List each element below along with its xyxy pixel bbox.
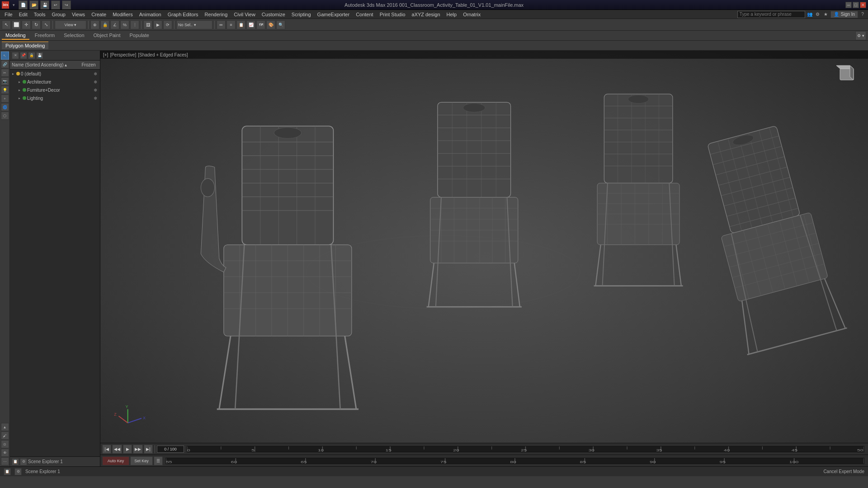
menu-help[interactable]: Help xyxy=(444,11,460,18)
menu-scripting[interactable]: Scripting xyxy=(289,11,314,18)
tab-modeling[interactable]: Modeling xyxy=(2,32,29,40)
rotate-tool[interactable]: ↻ xyxy=(32,20,41,29)
spinner-snap[interactable]: ⋮ xyxy=(130,20,139,29)
menu-edit[interactable]: Edit xyxy=(16,11,30,18)
link-icon[interactable]: 🔗 xyxy=(1,60,9,68)
expand-architecture[interactable]: ▸ xyxy=(17,80,22,84)
menu-views[interactable]: Views xyxy=(69,11,88,18)
status-icon2[interactable]: ⚙ xyxy=(14,468,22,475)
menu-tools[interactable]: Tools xyxy=(31,11,48,18)
snap-toggle[interactable]: 🔒 xyxy=(100,20,109,29)
modifier-icon[interactable]: ⬡ xyxy=(1,112,9,120)
menu-content[interactable]: Content xyxy=(353,11,376,18)
next-frame-btn[interactable]: ▶| xyxy=(144,445,153,454)
help-icon[interactable]: ? xyxy=(859,11,866,18)
save-btn[interactable]: 💾 xyxy=(40,0,49,9)
vp-bracket[interactable]: [+] xyxy=(103,52,108,57)
render-explorer[interactable]: 🔍 xyxy=(276,20,285,29)
select-region[interactable]: ⬜ xyxy=(12,20,21,29)
expand-default[interactable]: ▸ xyxy=(11,71,15,76)
col-name-header[interactable]: Name (Sorted Ascending) ▴ xyxy=(10,62,77,67)
isolate-icon[interactable]: ⊙ xyxy=(1,440,9,448)
scene-footer-btn1[interactable]: 📋 xyxy=(12,458,19,465)
undo-btn[interactable]: ↩ xyxy=(51,0,60,9)
menu-axyz[interactable]: aXYZ design xyxy=(409,11,443,18)
render-setup[interactable]: 🖼 xyxy=(143,20,152,29)
schematic-view[interactable]: 🗺 xyxy=(256,20,265,29)
pivot-btn[interactable]: ⊕ xyxy=(90,20,99,29)
menu-graph-editors[interactable]: Graph Editors xyxy=(165,11,201,18)
select-tool[interactable]: ↖ xyxy=(2,20,11,29)
unlink-icon[interactable]: ✂ xyxy=(1,69,9,77)
timeline-scrubber2[interactable]: 55 60 65 70 75 80 85 90 95 100 xyxy=(165,458,864,464)
settings-icon[interactable]: ⚙ xyxy=(814,11,821,18)
expand-lighting[interactable]: ▸ xyxy=(17,96,22,100)
select-icon[interactable]: ↖ xyxy=(1,52,9,60)
curve-editor[interactable]: 📈 xyxy=(246,20,255,29)
percent-snap[interactable]: % xyxy=(120,20,129,29)
star-icon[interactable]: ★ xyxy=(822,11,830,18)
play-btn[interactable]: ▶ xyxy=(123,445,132,454)
menu-rendering[interactable]: Rendering xyxy=(202,11,231,18)
paint-icon[interactable]: 🖌 xyxy=(1,432,9,440)
layer-mgr[interactable]: 📋 xyxy=(236,20,245,29)
sign-in-button[interactable]: 👤 Sign In xyxy=(830,11,858,18)
reference-coord[interactable]: View ▾ xyxy=(55,20,86,29)
users-icon[interactable]: 👥 xyxy=(806,11,813,18)
tab-object-paint[interactable]: Object Paint xyxy=(90,32,124,40)
next-key-btn[interactable]: ▶▶ xyxy=(133,445,143,454)
cancel-expert-mode[interactable]: Cancel Expert Mode xyxy=(823,469,864,474)
render-frame[interactable]: ▶ xyxy=(153,20,162,29)
prev-frame-btn[interactable]: |◀ xyxy=(102,445,111,454)
minimize-btn[interactable]: ─ xyxy=(845,2,852,8)
frame-counter[interactable]: 0 / 100 xyxy=(157,446,184,453)
mirror-btn[interactable]: ⇔ xyxy=(217,20,226,29)
prev-key-btn[interactable]: ◀◀ xyxy=(112,445,122,454)
new-layer-btn[interactable]: ✕ xyxy=(12,52,19,59)
vp-view-mode[interactable]: [Perspective] xyxy=(110,52,136,57)
set-key-btn[interactable]: Set Key xyxy=(130,456,153,465)
menu-animation[interactable]: Animation xyxy=(137,11,164,18)
named-selection[interactable]: No Sel.. ▾ xyxy=(176,20,212,29)
auto-key-btn[interactable]: Auto Key xyxy=(102,456,129,465)
tab-freeform[interactable]: Freeform xyxy=(31,32,59,40)
create-shape-icon[interactable]: ▲ xyxy=(1,423,9,431)
menu-game-exporter[interactable]: GameExporter xyxy=(315,11,353,18)
new-btn[interactable]: 📄 xyxy=(19,0,28,9)
align-btn[interactable]: ≡ xyxy=(226,20,236,29)
timeline-scrubber[interactable]: 0 5 10 15 20 25 30 35 40 45 50 xyxy=(187,446,864,452)
scene-tool3[interactable]: 💾 xyxy=(36,52,43,59)
close-btn[interactable]: ✕ xyxy=(860,2,866,8)
vp-shading[interactable]: [Shaded + Edged Faces] xyxy=(138,52,188,57)
menu-group[interactable]: Group xyxy=(49,11,68,18)
menu-customize[interactable]: Customize xyxy=(259,11,288,18)
tree-item-lighting[interactable]: ▸ Lighting ❄ xyxy=(10,94,100,102)
tree-item-furniture[interactable]: ▸ Furniture+Decor ❄ xyxy=(10,86,100,94)
tree-item-architecture[interactable]: ▸ Architecture ❄ xyxy=(10,78,100,86)
tab-options-btn[interactable]: ⚙ ▾ xyxy=(855,31,866,40)
key-filter-btn[interactable]: ☰ xyxy=(154,456,163,465)
open-btn[interactable]: 📂 xyxy=(29,0,38,9)
menu-create[interactable]: Create xyxy=(89,11,109,18)
maximize-btn[interactable]: □ xyxy=(853,2,859,8)
tree-item-default[interactable]: ▸ 0 (default) ❄ xyxy=(10,70,100,78)
expand-furniture[interactable]: ▸ xyxy=(17,88,22,92)
scale-tool[interactable]: ⤡ xyxy=(42,20,51,29)
menu-print-studio[interactable]: Print Studio xyxy=(377,11,408,18)
move-tool[interactable]: ✛ xyxy=(22,20,31,29)
redo-btn[interactable]: ↪ xyxy=(62,0,71,9)
menu-modifiers[interactable]: Modifiers xyxy=(110,11,136,18)
more-icon[interactable]: ⋯ xyxy=(1,457,9,465)
menu-file[interactable]: File xyxy=(2,11,15,18)
material-editor[interactable]: 🎨 xyxy=(266,20,275,29)
status-icon1[interactable]: 📋 xyxy=(4,468,11,475)
viewport-gizmo[interactable] xyxy=(832,62,861,91)
render-last[interactable]: ⟳ xyxy=(163,20,172,29)
scene-footer-btn2[interactable]: ⚙ xyxy=(20,458,27,465)
viewport[interactable]: [+] [Perspective] [Shaded + Edged Faces] xyxy=(100,51,868,466)
search-input[interactable] xyxy=(737,11,805,18)
scene-tool1[interactable]: 📌 xyxy=(20,52,27,59)
tab-populate[interactable]: Populate xyxy=(126,32,152,40)
spacewarp-icon[interactable]: 🌀 xyxy=(1,103,9,111)
helper-icon[interactable]: + xyxy=(1,94,9,103)
